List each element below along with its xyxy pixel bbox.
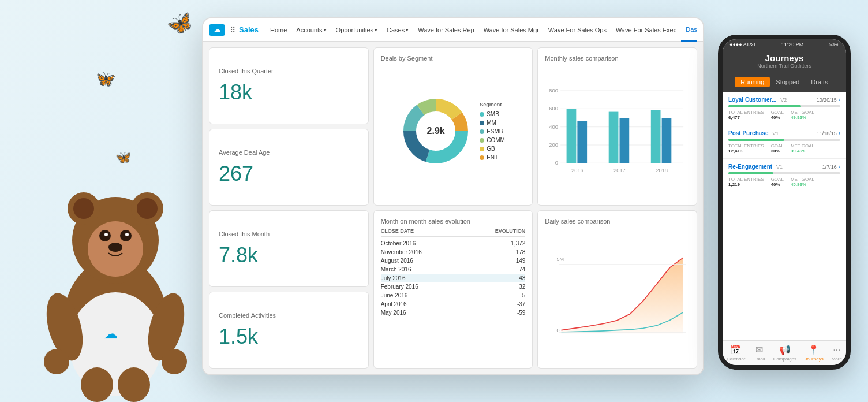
- table-row-7: April 2016-37: [381, 300, 526, 308]
- more-icon: ···: [833, 345, 840, 355]
- svg-point-44: [40, 289, 89, 364]
- mobile-nav-more[interactable]: ··· More: [832, 345, 842, 362]
- journeys-icon: 📍: [808, 344, 820, 355]
- svg-point-38: [120, 230, 132, 241]
- bar-chart-title: Monthly sales comparison: [545, 55, 690, 62]
- mobile-bottom-nav: 📅 Calendar ✉ Email 📢 Campaigns 📍 Journey…: [723, 340, 846, 365]
- closed-month-value: 7.8k: [219, 243, 359, 267]
- legend-ent-label: ENT: [487, 154, 498, 161]
- table-col1-header: CLOSE DATE: [381, 228, 414, 234]
- salesforce-logo: ☁: [209, 24, 225, 36]
- mobile-nav-calendar[interactable]: 📅 Calendar: [727, 344, 745, 362]
- table-col2-header: EVOLUTION: [495, 228, 526, 234]
- svg-point-49: [118, 367, 150, 402]
- journey-1-progress-bg: [728, 105, 840, 107]
- table-row-2: August 2016149: [381, 256, 526, 265]
- journey-2-arrow-icon: ›: [839, 130, 840, 136]
- journey-item-3[interactable]: Re-Engagement V1 1/7/16 › TOTAL ENTRIES …: [723, 159, 846, 192]
- bar-chart-card: Monthly sales comparison 800 600 400 200…: [537, 47, 697, 206]
- legend-mm: MM: [480, 120, 505, 126]
- apps-grid-icon[interactable]: ⠿: [230, 25, 235, 35]
- line-chart-area: 5M 0: [545, 228, 690, 360]
- mobile-nav-email[interactable]: ✉ Email: [754, 344, 765, 362]
- laptop-frame: ☁ ⠿ Sales Home Accounts▾ Opportunities▾ …: [202, 17, 704, 375]
- journey-1-date: 10/20/15: [817, 97, 837, 103]
- closed-quarter-value: 18k: [219, 80, 359, 105]
- bar-chart-area: 800 600 400 200 0: [545, 65, 690, 197]
- table-row-6: June 20165: [381, 291, 526, 300]
- svg-text:0: 0: [555, 159, 558, 166]
- svg-rect-19: [609, 112, 619, 163]
- mobile-app-title: Journeys: [723, 53, 846, 63]
- table-row-5: February 201632: [381, 282, 526, 291]
- mobile-nav-journeys[interactable]: 📍 Journeys: [805, 344, 823, 362]
- svg-point-45: [141, 289, 190, 364]
- journey-2-name: Post Purchase: [728, 130, 768, 136]
- svg-text:600: 600: [549, 105, 559, 111]
- journey-3-stats: TOTAL ENTRIES 1,219 GOAL 40% MET GOAL 45…: [728, 177, 840, 187]
- mobile-tab-running[interactable]: Running: [735, 77, 770, 87]
- mobile-battery: 53%: [829, 42, 839, 47]
- svg-point-46: [44, 349, 69, 374]
- journey-1-arrow-icon: ›: [839, 96, 840, 103]
- nav-item-wave-exec[interactable]: Wave For Sales Exec: [611, 18, 681, 42]
- table-row-4: July 201643: [381, 274, 526, 282]
- legend-gb-dot: [480, 147, 484, 151]
- donut-center-label: 2.9k: [427, 126, 445, 136]
- completed-activities-value: 1.5k: [219, 325, 359, 349]
- journey-item-2[interactable]: Post Purchase V1 11/18/15 › TOTAL ENTRIE…: [723, 125, 846, 159]
- nav-sales-label[interactable]: Sales: [239, 25, 259, 34]
- legend-smb-dot: [480, 112, 484, 117]
- journey-1-stats: TOTAL ENTRIES 6,477 GOAL 40% MET GOAL 49…: [728, 110, 840, 120]
- svg-text:2017: 2017: [613, 167, 626, 173]
- mobile-frame: ●●●● AT&T 11:20 PM 53% Journeys Northern…: [718, 35, 851, 370]
- svg-rect-21: [651, 110, 661, 163]
- nav-item-opportunities[interactable]: Opportunities▾: [331, 18, 382, 42]
- journey-2-date: 11/18/15: [817, 131, 837, 136]
- legend-mm-dot: [480, 121, 484, 125]
- mobile-tab-drafts[interactable]: Drafts: [805, 77, 833, 87]
- journey-3-date: 1/7/16: [822, 164, 837, 170]
- legend-esmb: ESMB: [480, 128, 505, 135]
- legend-esmb-dot: [480, 129, 484, 134]
- legend-mm-label: MM: [487, 120, 496, 126]
- nav-item-accounts[interactable]: Accounts▾: [291, 18, 331, 42]
- nav-items: Home Accounts▾ Opportunities▾ Cases▾ Wav…: [265, 18, 697, 42]
- legend-title: Segment: [480, 102, 505, 107]
- table-header: CLOSE DATE EVOLUTION: [381, 228, 526, 237]
- svg-rect-18: [578, 121, 588, 163]
- svg-point-40: [125, 233, 129, 236]
- mobile-carrier: ●●●● AT&T: [729, 42, 756, 47]
- legend-comm-label: COMM: [487, 137, 505, 143]
- table-row-3: March 201674: [381, 265, 526, 274]
- legend-ent: ENT: [480, 154, 505, 161]
- nav-item-wave-mgr[interactable]: Wave for Sales Mgr: [479, 18, 544, 42]
- table-row-0: October 20161,372: [381, 239, 526, 248]
- nav-item-home[interactable]: Home: [265, 18, 291, 42]
- journey-3-name: Re-Engagement: [728, 163, 772, 170]
- mobile-header: Journeys Northern Trail Outfitters: [723, 50, 846, 73]
- nav-item-wave-ops[interactable]: Wave For Sales Ops: [544, 18, 611, 42]
- line-chart-card: Daily sales comparison 5M 0: [537, 210, 697, 368]
- legend-smb: SMB: [480, 111, 505, 117]
- svg-text:200: 200: [549, 142, 559, 148]
- legend-comm-dot: [480, 138, 484, 143]
- line-chart-svg: 5M 0: [545, 228, 690, 360]
- mobile-status-bar: ●●●● AT&T 11:20 PM 53%: [723, 39, 846, 50]
- journey-3-progress-bg: [728, 172, 840, 174]
- nav-item-dashboards[interactable]: Dashboards▾: [681, 18, 697, 42]
- nav-item-wave-rep[interactable]: Wave for Sales Rep: [413, 18, 478, 42]
- journey-item-1[interactable]: Loyal Customer... V2 10/20/15 › TOTAL EN…: [723, 92, 846, 125]
- svg-text:2016: 2016: [571, 167, 583, 173]
- campaigns-icon: 📢: [779, 344, 791, 355]
- mobile-nav-campaigns[interactable]: 📢 Campaigns: [773, 344, 796, 362]
- svg-text:800: 800: [549, 87, 559, 94]
- journey-3-progress-fill: [728, 172, 773, 174]
- nav-item-cases[interactable]: Cases▾: [382, 18, 413, 42]
- mobile-tab-stopped[interactable]: Stopped: [770, 77, 805, 87]
- legend-ent-dot: [480, 155, 484, 160]
- table-row-8: May 2016-59: [381, 308, 526, 317]
- table-row-1: November 2016178: [381, 248, 526, 256]
- line-chart-title: Daily sales comparison: [545, 218, 690, 225]
- svg-point-41: [108, 243, 122, 252]
